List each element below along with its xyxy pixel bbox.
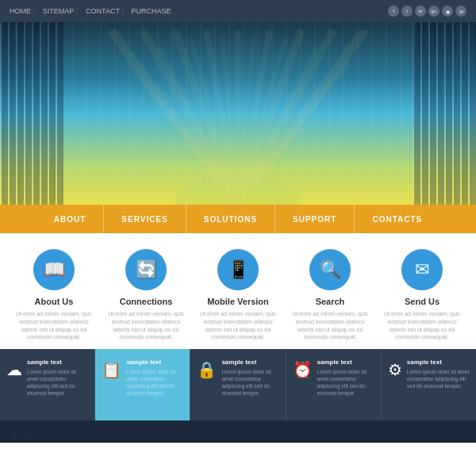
footer-cell: 🔒sample textLorem ipsum dolor sit amet c… [190, 349, 286, 420]
footer-cell-text: Lorem ipsum dolor sit amet consectetur a… [27, 368, 88, 397]
feature-item: 🔄ConnectionsUt enim ad minim veniam, qui… [106, 249, 186, 341]
building-right [413, 22, 476, 205]
footer-cell-title: sample text [407, 359, 470, 366]
nav-item-services[interactable]: SERVICES [104, 205, 186, 233]
nav-item-about[interactable]: ABOUT [36, 205, 105, 233]
footer-cell-title: sample text [126, 359, 183, 366]
mobile-icon: 📱 [217, 249, 259, 290]
feature-item: 🔍SearchUt enim ad minim veniam, quis nos… [290, 249, 370, 341]
footer-cell-title: sample text [317, 359, 374, 366]
footer-cell: ⏰sample textLorem ipsum dolor sit amet c… [286, 349, 382, 420]
footer-cell-title: sample text [221, 359, 278, 366]
top-navigation: HOMESITEMAPCONTACTPURCHASE [10, 7, 171, 15]
footer-cell-title: sample text [27, 359, 88, 366]
bottom-bar: | | [0, 420, 476, 443]
footer-cell-text: Lorem ipsum dolor sit amet consectetur a… [221, 368, 278, 397]
document-icon: 📋 [102, 360, 121, 379]
feature-title: About Us [35, 297, 74, 306]
feature-text: Ut enim ad minim veniam, quis nostrud ex… [382, 310, 462, 341]
separator: | [29, 428, 30, 436]
footer-cell-content: sample textLorem ipsum dolor sit amet co… [317, 359, 374, 397]
footer-cell-text: Lorem ipsum dolor sit amet consectetur a… [407, 368, 470, 390]
feature-title: Connections [120, 297, 173, 306]
feature-title: Mobile Version [207, 297, 269, 306]
feature-text: Ut enim ad minim veniam, quis nostrud ex… [198, 310, 278, 341]
feature-title: Search [316, 297, 345, 306]
feature-title: Send Us [405, 297, 440, 306]
svg-point-17 [175, 173, 301, 205]
footer-cell: 📋sample textLorem ipsum dolor sit amet c… [95, 349, 190, 420]
top-nav-item[interactable]: SITEMAP [43, 7, 78, 15]
connections-icon: 🔄 [125, 249, 167, 290]
footer-cell-content: sample textLorem ipsum dolor sit amet co… [126, 359, 183, 397]
book-icon: 📖 [33, 249, 75, 290]
social-icon[interactable]: f [388, 6, 399, 17]
top-right-section: fting+◉✉ [383, 6, 466, 17]
cloud-icon: ☁ [6, 360, 22, 379]
hero-section [0, 22, 476, 205]
social-icon[interactable]: t [401, 6, 413, 17]
social-icon[interactable]: in [415, 6, 426, 17]
sunburst-graphic [103, 30, 373, 205]
social-icons-group: fting+◉✉ [388, 6, 466, 17]
footer-cell-text: Lorem ipsum dolor sit amet consectetur a… [317, 368, 374, 397]
nav-item-contacts[interactable]: CONTACTS [355, 205, 440, 233]
top-nav-item[interactable]: PURCHASE [132, 7, 171, 15]
footer-cell: ⚙sample textLorem ipsum dolor sit amet c… [382, 349, 476, 420]
feature-item: 📱Mobile VersionUt enim ad minim veniam, … [198, 249, 278, 341]
nav-item-solutions[interactable]: SOLUTIONS [186, 205, 275, 233]
separator: | [14, 428, 16, 436]
top-bar: HOMESITEMAPCONTACTPURCHASE fting+◉✉ [0, 0, 476, 22]
bottom-navigation: | | [8, 428, 30, 436]
footer-cell-content: sample textLorem ipsum dolor sit amet co… [221, 359, 278, 397]
top-nav-item[interactable]: CONTACT [86, 7, 124, 15]
footer-grid: ☁sample textLorem ipsum dolor sit amet c… [0, 349, 476, 420]
search-icon: 🔍 [309, 249, 351, 290]
mail-icon: ✉ [401, 249, 443, 290]
features-section: 📖About UsUt enim ad minim veniam, quis n… [0, 233, 476, 349]
building-left [0, 22, 63, 205]
feature-text: Ut enim ad minim veniam, quis nostrud ex… [14, 310, 94, 341]
footer-cell-content: sample textLorem ipsum dolor sit amet co… [407, 359, 470, 390]
top-nav-item[interactable]: HOME [10, 7, 35, 15]
social-icon[interactable]: g+ [428, 6, 440, 17]
feature-item: 📖About UsUt enim ad minim veniam, quis n… [14, 249, 94, 341]
footer-cell-content: sample textLorem ipsum dolor sit amet co… [27, 359, 88, 397]
footer-cell: ☁sample textLorem ipsum dolor sit amet c… [0, 349, 95, 420]
footer-cell-text: Lorem ipsum dolor sit amet consectetur a… [126, 368, 183, 397]
social-icon[interactable]: ◉ [442, 6, 453, 17]
feature-text: Ut enim ad minim veniam, quis nostrud ex… [106, 310, 186, 341]
lock-icon: 🔒 [197, 360, 217, 379]
feature-text: Ut enim ad minim veniam, quis nostrud ex… [290, 310, 370, 341]
nav-item-support[interactable]: SUPPORT [275, 205, 355, 233]
main-navigation: ABOUTSERVICESSOLUTIONSSUPPORTCONTACTS [0, 205, 476, 233]
feature-item: ✉Send UsUt enim ad minim veniam, quis no… [382, 249, 462, 341]
social-icon[interactable]: ✉ [455, 6, 466, 17]
clock-icon: ⏰ [293, 360, 313, 379]
gear-icon: ⚙ [388, 360, 402, 379]
